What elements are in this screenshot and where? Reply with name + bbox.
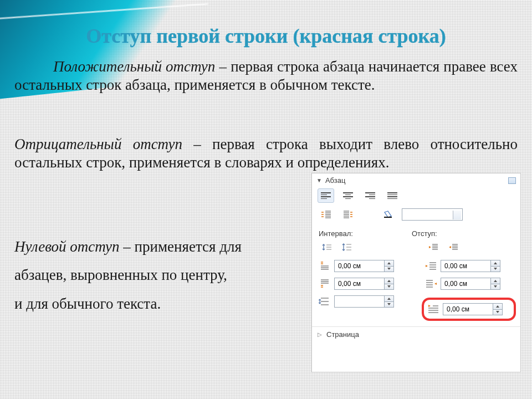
spin-up-button[interactable] xyxy=(490,278,500,284)
bucket-icon xyxy=(383,211,393,218)
spin-up-button[interactable] xyxy=(490,260,500,266)
arrow-down-icon xyxy=(387,268,391,270)
paragraph-zero-indent: Нулевой отступ – применяется для абзацев… xyxy=(14,233,299,318)
label-interval: Интервал: xyxy=(319,229,412,238)
space-after-input[interactable] xyxy=(334,278,384,290)
line-spacing-field xyxy=(319,295,406,308)
line-spacing-2-button[interactable] xyxy=(339,240,355,254)
align-right-icon xyxy=(365,192,375,199)
indent-fill-row xyxy=(312,205,520,224)
text: и для обычного текста. xyxy=(14,290,299,318)
arrow-up-icon xyxy=(387,262,391,264)
align-left-button[interactable] xyxy=(318,188,334,203)
first-line-indent-input[interactable] xyxy=(443,303,493,315)
align-right-button[interactable] xyxy=(362,188,378,203)
increase-indent-button[interactable] xyxy=(340,207,356,222)
arrow-down-icon xyxy=(496,311,499,313)
paragraph-panel: ▼ Абзац Инте xyxy=(311,173,521,372)
text: абзацев, выровненных по центру, xyxy=(14,261,299,289)
paragraph-negative-indent: Отрицательный отступ – первая строка вых… xyxy=(14,135,518,172)
paragraph-positive-indent: Положительный отступ – первая строка абз… xyxy=(14,58,518,94)
spin-down-button[interactable] xyxy=(490,284,500,290)
arrow-up-icon xyxy=(496,305,499,308)
indent-after-field xyxy=(425,278,514,290)
space-before-icon xyxy=(319,261,331,271)
line-spacing-icon xyxy=(322,243,332,251)
align-justify-button[interactable] xyxy=(384,188,401,203)
space-after-field xyxy=(319,278,406,290)
arrow-up-icon xyxy=(494,280,497,282)
decrease-indent-alt-button[interactable] xyxy=(445,240,462,254)
first-line-indent-highlight xyxy=(422,298,516,321)
arrow-up-icon xyxy=(387,280,391,282)
indent-before-input[interactable] xyxy=(441,260,490,272)
first-line-indent-icon xyxy=(427,304,439,314)
spin-up-button[interactable] xyxy=(493,303,503,309)
increase-indent-alt-button[interactable] xyxy=(425,240,442,254)
indent-after-input[interactable] xyxy=(441,278,490,290)
section-label: Страница xyxy=(326,330,359,339)
indent-after-icon xyxy=(425,279,437,289)
increase-indent-icon xyxy=(428,243,438,251)
spin-down-button[interactable] xyxy=(384,266,394,273)
paragraph-fill-button[interactable] xyxy=(380,207,396,222)
spin-down-button[interactable] xyxy=(384,284,394,290)
arrow-up-icon xyxy=(387,298,391,300)
text: – применяется для xyxy=(120,238,242,255)
arrow-up-icon xyxy=(494,262,497,264)
fill-color-picker[interactable] xyxy=(402,208,463,221)
align-center-button[interactable] xyxy=(340,188,356,203)
line-spacing-1-button[interactable] xyxy=(319,240,335,254)
spin-down-button[interactable] xyxy=(493,309,503,316)
increase-indent-icon xyxy=(342,211,354,218)
line-spacing-input[interactable] xyxy=(334,295,384,308)
emphasis: Отрицательный отступ xyxy=(14,136,182,152)
emphasis: Положительный отступ xyxy=(53,58,215,75)
indent-before-icon xyxy=(425,261,437,271)
space-before-input[interactable] xyxy=(334,260,384,272)
spin-up-button[interactable] xyxy=(384,295,394,301)
slide-title: Отступ первой строки (красная строка) xyxy=(0,24,532,48)
svg-rect-0 xyxy=(384,217,392,218)
line-spacing-wide-icon xyxy=(342,243,352,251)
column-labels: Интервал: Отступ: xyxy=(312,224,520,239)
panel-header-page[interactable]: ▷ Страница xyxy=(312,326,520,342)
emphasis: Нулевой отступ xyxy=(14,238,120,255)
decrease-indent-button[interactable] xyxy=(318,207,334,222)
arrow-down-icon xyxy=(494,268,497,270)
spin-up-button[interactable] xyxy=(384,278,394,284)
arrow-down-icon xyxy=(494,285,497,288)
arrow-down-icon xyxy=(387,285,391,288)
decrease-indent-icon xyxy=(448,243,458,251)
collapse-icon: ▼ xyxy=(316,177,322,183)
align-left-icon xyxy=(321,192,331,199)
expand-icon: ▷ xyxy=(318,331,322,337)
alignment-row xyxy=(312,186,520,205)
arrow-down-icon xyxy=(387,303,391,305)
indent-before-field xyxy=(425,260,514,272)
align-center-icon xyxy=(343,192,353,199)
spin-down-button[interactable] xyxy=(490,266,500,273)
label-indent: Отступ: xyxy=(412,229,437,238)
dialog-launcher-icon[interactable] xyxy=(508,177,516,184)
align-justify-icon xyxy=(387,192,397,199)
space-before-field xyxy=(319,260,406,272)
line-spacing-value-icon xyxy=(319,296,331,306)
decrease-indent-icon xyxy=(320,211,331,218)
spin-down-button[interactable] xyxy=(384,301,394,308)
chevron-down-icon xyxy=(456,214,459,216)
spin-up-button[interactable] xyxy=(384,260,394,266)
first-line-indent-field xyxy=(427,303,509,315)
panel-header-paragraph[interactable]: ▼ Абзац xyxy=(312,173,520,186)
section-label: Абзац xyxy=(325,176,345,185)
space-after-icon xyxy=(319,279,331,289)
